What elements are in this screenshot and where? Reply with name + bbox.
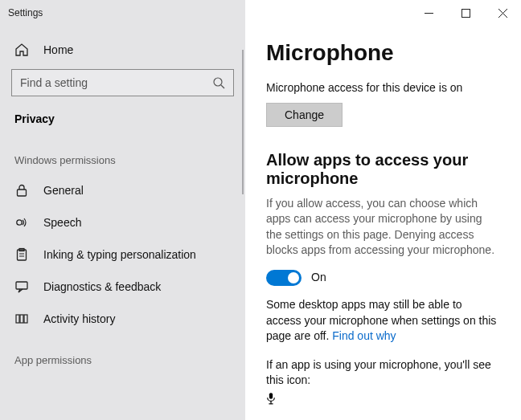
change-button[interactable]: Change bbox=[266, 103, 343, 127]
search-input[interactable]: Find a setting bbox=[11, 69, 234, 96]
sidebar-section-app-permissions: App permissions bbox=[0, 335, 245, 374]
sidebar-item-label: Speech bbox=[43, 216, 81, 229]
sidebar-item-label: Privacy bbox=[14, 112, 55, 125]
sidebar-section-windows-permissions: Windows permissions bbox=[0, 135, 245, 174]
main-content: Microphone Microphone access for this de… bbox=[245, 26, 521, 420]
access-status: Microphone access for this device is on bbox=[266, 80, 500, 96]
desktop-apps-note: Some desktop apps may still be able to a… bbox=[266, 297, 500, 345]
svg-line-5 bbox=[221, 85, 224, 88]
sidebar-item-privacy[interactable]: Privacy bbox=[0, 103, 245, 135]
svg-rect-12 bbox=[16, 282, 27, 289]
allow-heading: Allow apps to access your microphone bbox=[266, 151, 500, 188]
minimize-button[interactable] bbox=[410, 0, 447, 26]
svg-rect-13 bbox=[16, 315, 19, 323]
sidebar-item-label: General bbox=[43, 184, 84, 197]
speech-icon bbox=[14, 215, 29, 230]
sidebar-item-general[interactable]: General bbox=[0, 174, 245, 206]
sidebar-item-inking[interactable]: Inking & typing personalization bbox=[0, 239, 245, 271]
svg-rect-1 bbox=[462, 9, 470, 17]
search-placeholder: Find a setting bbox=[20, 76, 212, 89]
lock-icon bbox=[14, 183, 29, 198]
activity-icon bbox=[14, 312, 29, 326]
close-button[interactable] bbox=[484, 0, 521, 26]
sidebar: Home Find a setting Privacy Windows perm… bbox=[0, 26, 245, 420]
sidebar-item-diagnostics[interactable]: Diagnostics & feedback bbox=[0, 271, 245, 303]
page-title: Microphone bbox=[266, 40, 500, 66]
clipboard-icon bbox=[14, 247, 29, 262]
home-icon bbox=[14, 43, 29, 57]
sidebar-item-home[interactable]: Home bbox=[0, 34, 245, 66]
sidebar-item-speech[interactable]: Speech bbox=[0, 206, 245, 239]
svg-rect-14 bbox=[20, 315, 23, 323]
allow-description: If you allow access, you can choose whic… bbox=[266, 196, 500, 259]
svg-point-7 bbox=[17, 220, 22, 225]
svg-point-4 bbox=[214, 78, 222, 86]
in-use-note: If an app is using your microphone, you'… bbox=[266, 357, 500, 389]
svg-rect-15 bbox=[24, 315, 27, 323]
window-title: Settings bbox=[0, 0, 245, 26]
search-icon bbox=[212, 76, 225, 89]
sidebar-item-label: Home bbox=[43, 43, 73, 56]
toggle-state: On bbox=[311, 270, 326, 286]
allow-toggle[interactable] bbox=[266, 270, 302, 286]
sidebar-item-activity[interactable]: Activity history bbox=[0, 303, 245, 335]
find-out-why-link[interactable]: Find out why bbox=[332, 329, 396, 342]
svg-rect-16 bbox=[269, 393, 273, 399]
feedback-icon bbox=[14, 279, 29, 294]
sidebar-scrollbar[interactable] bbox=[242, 50, 244, 194]
sidebar-item-label: Inking & typing personalization bbox=[43, 248, 196, 261]
sidebar-item-label: Activity history bbox=[43, 312, 115, 325]
sidebar-item-label: Diagnostics & feedback bbox=[43, 280, 161, 293]
maximize-button[interactable] bbox=[447, 0, 484, 26]
svg-rect-6 bbox=[18, 190, 27, 196]
microphone-icon bbox=[266, 392, 276, 408]
